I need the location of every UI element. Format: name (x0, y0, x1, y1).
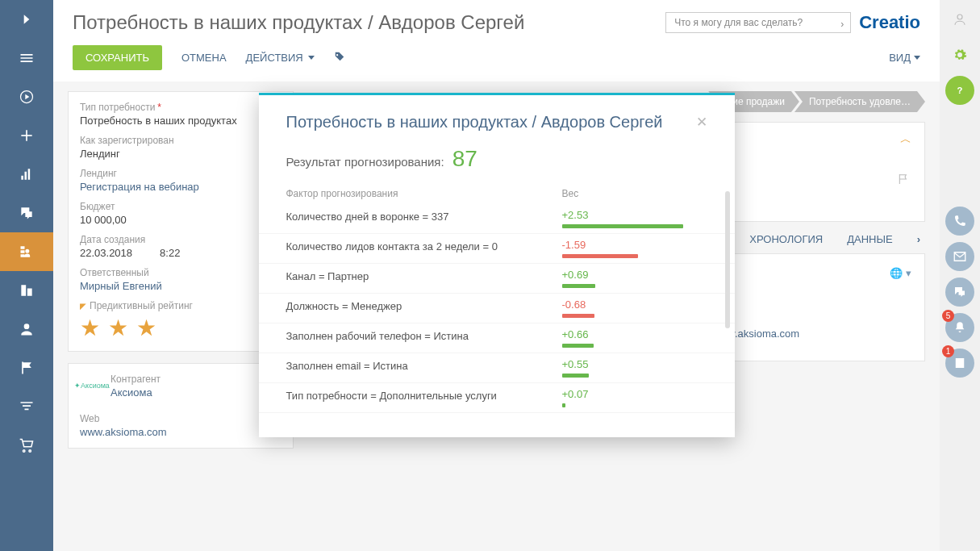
sidebar-play[interactable] (0, 77, 53, 116)
reg-value[interactable]: Лендинг (80, 148, 281, 160)
help-icon[interactable]: ? (945, 76, 974, 105)
logo-text: Creatio (859, 12, 920, 33)
sidebar-add[interactable] (0, 116, 53, 155)
factor-label: Должность = Менеджер (286, 298, 562, 312)
globe-icon[interactable]: 🌐 ▾ (890, 267, 911, 279)
landing-value[interactable]: Регистрация на вебинар (80, 181, 281, 193)
weight-value: +0.69 (562, 269, 707, 281)
right-panel: ? 5 1 (940, 0, 980, 551)
detail-web[interactable]: www.aksioma.com (713, 328, 912, 340)
sidebar-accounts[interactable] (0, 271, 53, 310)
tabs-next-icon[interactable]: › (917, 233, 920, 245)
owner-value[interactable]: Мирный Евгений (80, 280, 281, 292)
factor-label: Количество дней в воронке = 337 (286, 209, 562, 223)
factor-row: Канал = Партнер+0.69 (259, 264, 735, 294)
bell-icon[interactable]: 5 (945, 313, 974, 342)
phone-icon[interactable] (945, 207, 974, 236)
bell-badge: 5 (942, 310, 954, 322)
page-header: Потребность в наших продуктах / Авдоров … (53, 0, 940, 40)
gear-icon[interactable] (945, 40, 974, 69)
acct-value[interactable]: Аксиома (80, 386, 281, 399)
reg-label: Как зарегистрирован (80, 135, 281, 146)
weight-value: +2.53 (562, 209, 707, 221)
result-score: 87 (452, 146, 477, 172)
user-avatar-icon[interactable] (945, 5, 974, 34)
svg-text:?: ? (957, 86, 963, 95)
chevron-up-icon[interactable]: ︿ (900, 132, 911, 147)
result-label: Результат прогнозирования: (286, 155, 444, 169)
search-placeholder: Что я могу для вас сделать? (674, 17, 803, 28)
col-factor: Фактор прогнозирования (286, 188, 562, 199)
mail-icon[interactable] (945, 242, 974, 271)
weight-bar (562, 254, 638, 258)
logo: Creatio (859, 12, 920, 33)
factor-row: Заполнен рабочий телефон = Истина+0.66 (259, 324, 735, 353)
cancel-button[interactable]: ОТМЕНА (181, 52, 227, 64)
prediction-modal: Потребность в наших продуктах / Авдоров … (259, 93, 735, 437)
factor-row: Количество дней в воронке = 337+2.53 (259, 204, 735, 234)
sidebar-flag[interactable] (0, 349, 53, 387)
sidebar-funnel[interactable] (0, 387, 53, 426)
sidebar-cart[interactable] (0, 426, 53, 465)
tab-data[interactable]: ДАННЫЕ (847, 233, 892, 245)
acct-label: Контрагент (111, 374, 273, 385)
page-title: Потребность в наших продуктах / Авдоров … (73, 11, 657, 34)
factor-list: Фактор прогнозирования Вес Количество дн… (259, 183, 735, 413)
factor-row: Должность = Менеджер-0.68 (259, 294, 735, 324)
weight-bar (562, 284, 595, 288)
svg-point-1 (957, 15, 962, 19)
sidebar-chart[interactable] (0, 155, 53, 194)
factor-label: Тип потребности = Дополнительные услуги (286, 388, 562, 402)
factor-label: Канал = Партнер (286, 269, 562, 282)
factor-row: Заполнен email = Истина+0.55 (259, 353, 735, 383)
need-type-value[interactable]: Потребность в наших продуктах (80, 115, 281, 127)
tab-timeline[interactable]: ХРОНОЛОГИЯ (749, 233, 823, 245)
factor-label: Количество лидов контакта за 2 недели = … (286, 239, 562, 253)
weight-bar (562, 344, 594, 348)
left-sidebar (0, 0, 53, 551)
factor-label: Заполнен рабочий телефон = Истина (286, 328, 562, 342)
factor-weight: -1.59 (562, 239, 707, 258)
weight-bar (562, 374, 589, 378)
star-icon: ★ (80, 315, 100, 341)
factor-weight: +0.69 (562, 269, 707, 288)
stage-item[interactable]: Потребность удовле… (794, 91, 925, 112)
need-type-label: Тип потребности* (80, 102, 281, 113)
sidebar-leads[interactable] (0, 232, 53, 271)
chat-icon[interactable] (945, 278, 974, 307)
close-icon[interactable]: ✕ (696, 114, 707, 131)
owner-label: Ответственный (80, 267, 281, 278)
created-label: Дата создания (80, 234, 281, 245)
actions-dropdown[interactable]: ДЕЙСТВИЯ (246, 52, 315, 64)
flag-icon[interactable] (897, 173, 910, 188)
factor-weight: +0.66 (562, 328, 707, 348)
feed-panel-icon[interactable]: 1 (945, 349, 974, 378)
sidebar-contacts[interactable] (0, 310, 53, 349)
chevron-right-icon: › (840, 19, 844, 30)
sidebar-menu[interactable] (0, 39, 53, 77)
weight-bar (562, 314, 594, 318)
col-weight: Вес (562, 188, 707, 199)
global-search[interactable]: Что я могу для вас сделать? › (665, 12, 851, 33)
landing-label: Лендинг (80, 168, 281, 179)
sidebar-expand[interactable] (0, 0, 53, 39)
tag-icon[interactable] (334, 51, 345, 65)
acct-web-label: Web (80, 413, 281, 424)
factor-weight: +0.55 (562, 358, 707, 378)
acct-web-value[interactable]: www.aksioma.com (80, 426, 281, 438)
view-dropdown[interactable]: ВИД (889, 52, 920, 64)
factor-weight: -0.68 (562, 298, 707, 318)
save-button[interactable]: СОХРАНИТЬ (73, 45, 162, 70)
factor-label: Заполнен email = Истина (286, 358, 562, 372)
weight-value: -1.59 (562, 239, 707, 251)
created-date[interactable]: 22.03.2018 (80, 247, 132, 259)
predictive-rating[interactable]: ★ ★ ★ (80, 315, 281, 341)
account-logo-icon: ✦Аксиома (80, 374, 104, 398)
sidebar-feed[interactable] (0, 194, 53, 232)
budget-value[interactable]: 10 000,00 (80, 214, 281, 226)
main-content: Потребность в наших продуктах / Авдоров … (53, 0, 940, 551)
factor-weight: +2.53 (562, 209, 707, 228)
created-time[interactable]: 8:22 (160, 247, 180, 259)
factor-weight: +0.07 (562, 388, 707, 407)
action-bar: СОХРАНИТЬ ОТМЕНА ДЕЙСТВИЯ ВИД (53, 40, 940, 81)
